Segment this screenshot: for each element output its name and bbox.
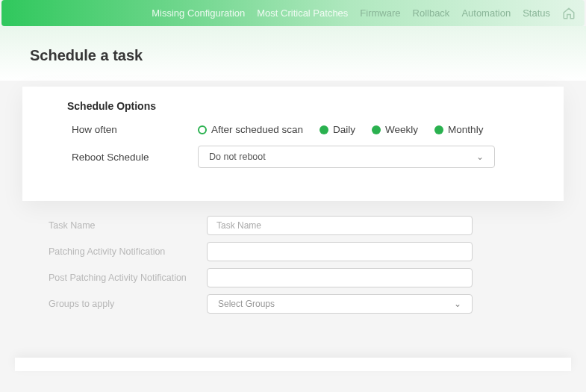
post-patching-notification-label: Post Patching Activity Notification: [49, 273, 207, 283]
radio-after-scheduled-scan[interactable]: After schedued scan: [198, 124, 303, 135]
patching-notification-input[interactable]: [207, 242, 473, 261]
how-often-row: How often After schedued scan Daily Week…: [67, 124, 541, 135]
how-often-radio-group: After schedued scan Daily Weekly Monthly: [198, 124, 483, 135]
task-form: Task Name Patching Activity Notification…: [22, 211, 564, 343]
reboot-schedule-row: Reboot Schedule Do not reboot ⌄: [67, 146, 541, 168]
nav-most-critical-patches[interactable]: Most Critical Patches: [257, 7, 348, 19]
schedule-options-heading: Schedule Options: [67, 100, 541, 112]
chevron-down-icon: ⌄: [476, 152, 484, 162]
radio-icon: [434, 125, 443, 134]
radio-label: After schedued scan: [211, 124, 303, 135]
how-often-label: How often: [67, 124, 198, 135]
radio-label: Weekly: [385, 124, 418, 135]
reboot-schedule-value: Do not reboot: [209, 152, 266, 162]
task-name-label: Task Name: [49, 220, 207, 231]
groups-label: Groups to apply: [49, 299, 207, 309]
radio-icon: [372, 125, 381, 134]
schedule-options-card: Schedule Options How often After schedue…: [22, 87, 564, 201]
home-icon[interactable]: [562, 7, 576, 20]
radio-daily[interactable]: Daily: [320, 124, 355, 135]
top-nav: Missing Configuration Most Critical Patc…: [1, 0, 585, 26]
radio-weekly[interactable]: Weekly: [372, 124, 418, 135]
reboot-schedule-label: Reboot Schedule: [67, 152, 198, 163]
radio-label: Monthly: [448, 124, 483, 135]
reboot-schedule-select[interactable]: Do not reboot ⌄: [198, 146, 495, 168]
footer-area: [15, 358, 571, 371]
task-name-input[interactable]: [207, 216, 473, 235]
chevron-down-icon: ⌄: [454, 299, 461, 309]
nav-missing-configuration[interactable]: Missing Configuration: [152, 7, 245, 19]
post-patching-notification-row: Post Patching Activity Notification: [49, 268, 541, 287]
nav-firmware[interactable]: Firmware: [360, 7, 400, 19]
groups-select-value: Select Groups: [218, 299, 275, 309]
radio-icon: [198, 125, 207, 134]
nav-status[interactable]: Status: [523, 7, 550, 19]
post-patching-notification-input[interactable]: [207, 268, 473, 287]
nav-rollback[interactable]: Rollback: [413, 7, 450, 19]
nav-automation[interactable]: Automation: [461, 7, 511, 19]
task-name-row: Task Name: [49, 216, 541, 235]
patching-notification-label: Patching Activity Notification: [49, 246, 207, 257]
page-title: Schedule a task: [0, 26, 586, 81]
patching-notification-row: Patching Activity Notification: [49, 242, 541, 261]
radio-monthly[interactable]: Monthly: [434, 124, 483, 135]
radio-icon: [320, 125, 328, 134]
groups-select[interactable]: Select Groups ⌄: [207, 294, 473, 314]
radio-label: Daily: [333, 124, 355, 135]
groups-row: Groups to apply Select Groups ⌄: [49, 294, 541, 314]
